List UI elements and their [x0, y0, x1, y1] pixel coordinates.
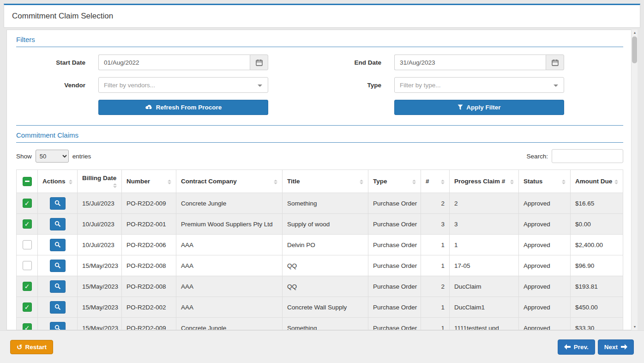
cell-count: 2 [421, 276, 450, 297]
content-card: Filters Start Date End Date Vendor [6, 30, 638, 330]
start-date-calendar-button[interactable] [250, 54, 268, 70]
cell-billing-date: 15/May/2023 [78, 318, 122, 331]
view-claim-button[interactable] [50, 197, 66, 210]
cell-amount-due: $96.90 [571, 255, 623, 276]
filter-icon [457, 104, 463, 110]
cell-contract-company: AAA [176, 297, 283, 318]
restart-label: Restart [25, 344, 47, 351]
cell-billing-date: 10/Jul/2023 [78, 214, 122, 235]
type-select[interactable]: Filter by type... [394, 77, 564, 93]
cell-number: PO-R2D2-008 [122, 255, 176, 276]
row-checkbox[interactable]: ✓ [23, 282, 32, 291]
row-checkbox[interactable]: ✓ [23, 199, 32, 208]
cell-title: Delvin PO [283, 235, 368, 255]
end-date-group [394, 54, 564, 70]
cell-number: PO-R2D2-001 [122, 214, 176, 235]
view-claim-button[interactable] [50, 239, 66, 251]
claims-heading: Commitment Claims [16, 131, 623, 143]
restart-button[interactable]: ↺ Restart [10, 340, 53, 354]
cell-title: Something [283, 193, 368, 214]
row-checkbox[interactable] [23, 240, 32, 249]
next-button[interactable]: Next [598, 339, 634, 355]
cell-billing-date: 10/Jul/2023 [78, 235, 122, 255]
col-status[interactable]: Status [519, 170, 571, 193]
vertical-scrollbar[interactable]: ▲ ▼ [631, 30, 638, 330]
col-progress-claim[interactable]: Progress Claim # [450, 170, 519, 193]
end-date-input[interactable] [394, 54, 546, 70]
check-icon: ✓ [24, 303, 30, 311]
col-amount-due[interactable]: Amount Due [571, 170, 623, 193]
cell-count: 2 [421, 193, 450, 214]
view-claim-button[interactable] [50, 280, 66, 293]
start-date-input[interactable] [98, 54, 250, 70]
table-header-row: Actions Billing Date Number Contract Com… [17, 170, 623, 193]
search-input[interactable] [552, 149, 623, 163]
cell-type: Purchase Order [368, 255, 421, 276]
footer-bar: ↺ Restart Prev. Next [0, 330, 644, 363]
cell-type: Purchase Order [368, 276, 421, 297]
cell-title: Concrete Wall Supply [283, 297, 368, 318]
page-size-select[interactable]: 50 [36, 150, 69, 163]
filters-form: Start Date End Date Vendor Filter by ven… [16, 54, 623, 115]
show-label: Show [16, 153, 32, 160]
cell-title: QQ [283, 276, 368, 297]
apply-filter-button[interactable]: Apply Filter [394, 100, 564, 115]
cell-type: Purchase Order [368, 297, 421, 318]
cell-title: QQ [283, 255, 368, 276]
scroll-up-icon[interactable]: ▲ [632, 30, 638, 36]
cell-title: Something [283, 318, 368, 331]
magnifier-icon [54, 242, 61, 248]
cell-progress-claim: 1 [450, 235, 519, 255]
content-area: Filters Start Date End Date Vendor [0, 30, 644, 330]
entries-label: entries [72, 153, 91, 160]
restart-icon: ↺ [17, 344, 23, 351]
cell-number: PO-R2D2-009 [122, 318, 176, 331]
row-checkbox[interactable] [23, 261, 32, 270]
view-claim-button[interactable] [50, 322, 66, 331]
title-bar: Commitment Claim Selection [4, 4, 640, 28]
col-type[interactable]: Type [368, 170, 421, 193]
table-row: 15/May/2023 PO-R2D2-008 AAA QQ Purchase … [17, 255, 623, 276]
sort-icon [360, 180, 363, 184]
col-billing-date[interactable]: Billing Date [78, 170, 122, 193]
magnifier-icon [54, 325, 61, 330]
cell-status: Approved [519, 193, 571, 214]
scroll-down-icon[interactable]: ▼ [632, 324, 638, 330]
end-date-calendar-button[interactable] [546, 54, 564, 70]
cell-type: Purchase Order [368, 318, 421, 331]
view-claim-button[interactable] [50, 260, 66, 272]
cell-progress-claim: 2 [450, 193, 519, 214]
col-title[interactable]: Title [283, 170, 368, 193]
check-icon: ✓ [24, 200, 30, 207]
col-count[interactable]: # [421, 170, 450, 193]
refresh-from-procore-button[interactable]: Refresh From Procore [98, 100, 268, 115]
select-all-checkbox[interactable] [23, 177, 32, 186]
cell-status: Approved [519, 255, 571, 276]
cell-count: 1 [421, 255, 450, 276]
vendor-label: Vendor [16, 82, 85, 89]
cell-billing-date: 15/May/2023 [78, 255, 122, 276]
cell-number: PO-R2D2-008 [122, 276, 176, 297]
row-checkbox[interactable]: ✓ [23, 219, 32, 229]
end-date-label: End Date [312, 59, 381, 66]
magnifier-icon [54, 304, 61, 310]
view-claim-button[interactable] [50, 301, 66, 314]
col-actions[interactable]: Actions [38, 170, 78, 193]
magnifier-icon [54, 262, 61, 269]
search-label: Search: [526, 153, 548, 160]
check-icon: ✓ [24, 324, 30, 330]
scrollbar-thumb[interactable] [632, 36, 637, 63]
sort-icon [274, 180, 277, 184]
apply-filter-label: Apply Filter [466, 104, 500, 111]
col-contract-company[interactable]: Contract Company [176, 170, 283, 193]
refresh-button-label: Refresh From Procore [156, 104, 222, 111]
vendor-select[interactable]: Filter by vendors... [98, 77, 268, 93]
prev-button[interactable]: Prev. [558, 339, 595, 355]
arrow-left-icon [564, 344, 571, 350]
table-toolbar: Show 50 entries Search: [16, 149, 623, 163]
cell-title: Supply of wood [283, 214, 368, 235]
col-number[interactable]: Number [122, 170, 176, 193]
row-checkbox[interactable]: ✓ [23, 323, 32, 330]
row-checkbox[interactable]: ✓ [23, 302, 32, 312]
view-claim-button[interactable] [50, 218, 66, 230]
